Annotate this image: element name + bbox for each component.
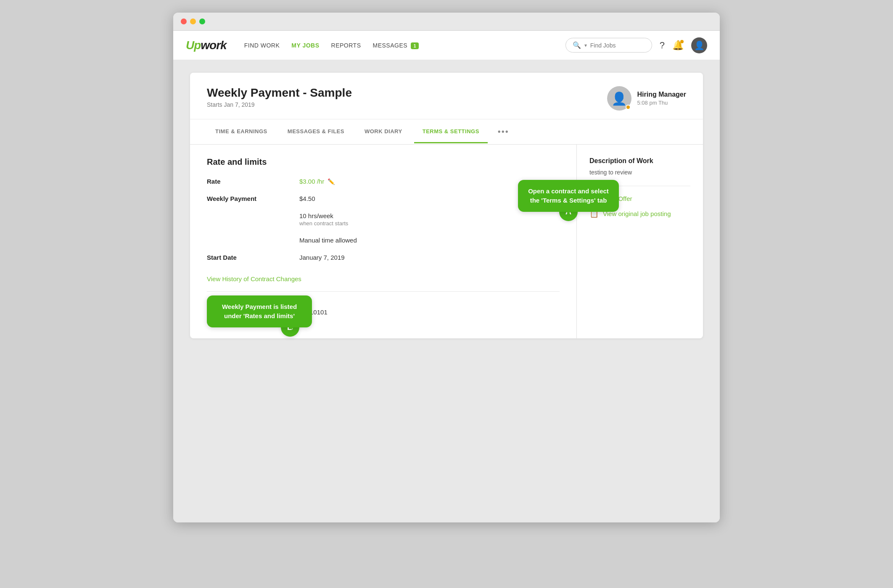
field-label-startdate: Start Date xyxy=(207,254,299,261)
section-divider xyxy=(207,291,560,292)
browser-titlebar xyxy=(173,13,720,31)
field-row-hrs: 10 hrs/week when contract starts xyxy=(207,212,560,227)
page-subtitle: Starts Jan 7, 2019 xyxy=(207,101,352,108)
content-card: Weekly Payment - Sample Starts Jan 7, 20… xyxy=(190,73,703,338)
tab-terms-settings[interactable]: TERMS & SETTINGS xyxy=(414,121,488,143)
rate-limits-title: Rate and limits xyxy=(207,157,560,167)
sidebar-description: testing to review xyxy=(589,169,690,176)
view-history-link[interactable]: View History of Contract Changes xyxy=(207,275,301,282)
nav-reports[interactable]: REPORTS xyxy=(331,42,361,49)
employer-avatar: 👤 xyxy=(607,86,631,111)
main-content: Weekly Payment - Sample Starts Jan 7, 20… xyxy=(173,60,720,522)
tab-work-diary[interactable]: WORK DIARY xyxy=(356,121,411,143)
employer-name: Hiring Manager xyxy=(637,91,686,98)
page-title: Weekly Payment - Sample xyxy=(207,86,352,100)
messages-badge: 1 xyxy=(411,42,419,49)
employer-time: 5:08 pm Thu xyxy=(637,100,686,106)
tab-time-earnings[interactable]: TIME & EARNINGS xyxy=(207,121,276,143)
minimize-dot[interactable] xyxy=(190,18,196,24)
search-icon: 🔍 xyxy=(573,41,581,49)
field-row-manual: Manual time allowed xyxy=(207,237,560,244)
bell-wrapper[interactable]: 🔔 xyxy=(672,40,684,51)
tooltip-a: Open a contract and select the 'Terms & … xyxy=(518,180,619,212)
hrs-sub: when contract starts xyxy=(299,220,560,227)
user-avatar-icon: 👤 xyxy=(694,40,705,50)
employer-avatar-icon: 👤 xyxy=(611,91,627,106)
nav-messages[interactable]: MESSAGES 1 xyxy=(373,42,419,49)
browser-window: Upwork FIND WORK MY JOBS REPORTS MESSAGE… xyxy=(173,13,720,522)
field-label-weekly: Weekly Payment xyxy=(207,195,299,202)
card-sidebar: Description of Work testing to review 📋 … xyxy=(577,145,703,338)
card-header: Weekly Payment - Sample Starts Jan 7, 20… xyxy=(190,73,703,119)
card-header-left: Weekly Payment - Sample Starts Jan 7, 20… xyxy=(207,86,352,108)
nav-right: 🔍 ▾ ? 🔔 👤 xyxy=(565,37,707,53)
field-value-contract: 01010101 xyxy=(299,309,560,316)
help-icon[interactable]: ? xyxy=(660,40,665,51)
search-bar[interactable]: 🔍 ▾ xyxy=(565,38,652,53)
card-tabs: TIME & EARNINGS MESSAGES & FILES WORK DI… xyxy=(190,119,703,145)
field-row-startdate: Start Date January 7, 2019 xyxy=(207,254,560,261)
bell-notification-dot xyxy=(680,40,684,43)
field-label-rate: Rate xyxy=(207,178,299,185)
close-dot[interactable] xyxy=(181,18,187,24)
nav-links: FIND WORK MY JOBS REPORTS MESSAGES 1 xyxy=(244,42,552,49)
user-avatar[interactable]: 👤 xyxy=(691,37,707,53)
field-value-manual: Manual time allowed xyxy=(299,237,560,244)
tooltip-a-wrapper: Open a contract and select the 'Terms & … xyxy=(518,180,619,221)
sidebar-description-title: Description of Work xyxy=(589,157,690,165)
nav-my-jobs[interactable]: MY JOBS xyxy=(291,42,319,49)
card-header-right: 👤 Hiring Manager 5:08 pm Thu xyxy=(607,86,686,111)
navbar: Upwork FIND WORK MY JOBS REPORTS MESSAGE… xyxy=(173,31,720,60)
search-dropdown-icon[interactable]: ▾ xyxy=(584,42,587,48)
logo[interactable]: Upwork xyxy=(186,39,227,52)
field-row-weekly: Weekly Payment $4.50 xyxy=(207,195,560,202)
tab-messages-files[interactable]: MESSAGES & FILES xyxy=(279,121,353,143)
maximize-dot[interactable] xyxy=(199,18,205,24)
search-input[interactable] xyxy=(590,42,645,49)
tooltip-b: Weekly Payment is listed under 'Rates an… xyxy=(207,295,312,327)
rate-edit-icon[interactable]: ✏️ xyxy=(328,178,335,185)
nav-find-work[interactable]: FIND WORK xyxy=(244,42,280,49)
field-row-rate: Rate $3.00 /hr ✏️ xyxy=(207,178,560,185)
tooltip-b-wrapper: Weekly Payment is listed under 'Rates an… xyxy=(207,295,312,337)
online-indicator xyxy=(626,105,631,110)
tab-more-button[interactable]: ••• xyxy=(491,119,516,144)
field-value-startdate: January 7, 2019 xyxy=(299,254,560,261)
employer-info: Hiring Manager 5:08 pm Thu xyxy=(637,91,686,106)
